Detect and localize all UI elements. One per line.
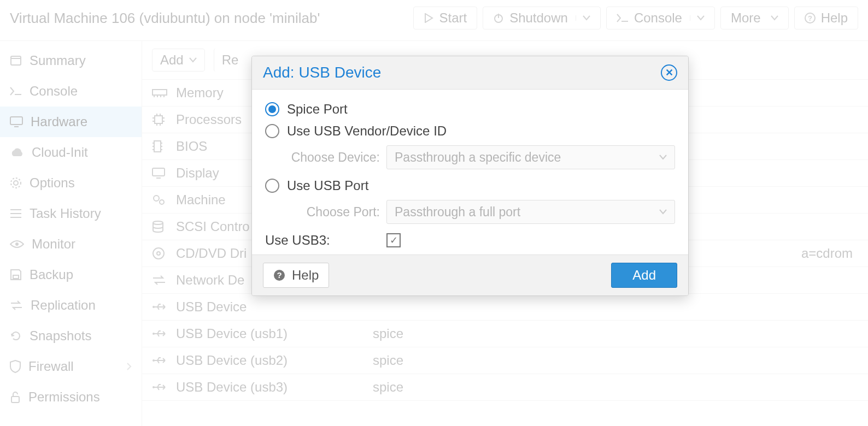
option-vendor-id[interactable]: Use USB Vendor/Device ID <box>265 123 675 139</box>
sidebar-item-console[interactable]: Console <box>0 76 142 106</box>
list-icon <box>10 209 22 218</box>
table-row[interactable]: USB Device (usb2) spice <box>142 347 868 374</box>
terminal-icon <box>617 14 629 22</box>
chevron-right-icon <box>126 363 132 370</box>
eye-icon <box>10 240 24 248</box>
chevron-down-icon[interactable] <box>576 15 590 21</box>
svg-point-41 <box>154 196 159 201</box>
sidebar-item-backup[interactable]: Backup <box>0 259 142 290</box>
sidebar-item-label: Hardware <box>31 114 87 129</box>
sidebar-item-label: Cloud-Init <box>32 145 88 160</box>
dialog-body: Spice Port Use USB Vendor/Device ID Choo… <box>252 90 688 255</box>
sidebar-item-label: Console <box>30 84 78 99</box>
hw-name: USB Device (usb1) <box>176 326 373 341</box>
close-button[interactable]: ✕ <box>661 64 677 81</box>
option-label: Use USB Port <box>287 178 368 193</box>
disc-icon <box>152 247 176 260</box>
console-button[interactable]: Console <box>606 7 715 29</box>
sidebar-item-replication[interactable]: Replication <box>0 290 142 321</box>
chevron-down-icon <box>659 209 667 215</box>
choose-port-combo[interactable]: Passthrough a full port <box>386 200 675 224</box>
sidebar-item-label: Replication <box>31 298 96 313</box>
chip-icon <box>152 140 176 153</box>
help-label: Help <box>292 268 319 283</box>
check-icon: ✓ <box>390 234 398 246</box>
remove-button[interactable]: Re <box>214 49 247 72</box>
svg-point-49 <box>153 333 155 335</box>
chevron-down-icon[interactable] <box>769 15 778 21</box>
play-icon <box>424 13 433 23</box>
help-icon: ? <box>273 269 285 281</box>
power-icon <box>493 13 504 23</box>
svg-text:?: ? <box>808 14 812 22</box>
add-dropdown-button[interactable]: Add <box>152 49 205 72</box>
svg-rect-8 <box>10 117 22 125</box>
option-usb-port[interactable]: Use USB Port <box>265 178 675 193</box>
monitor-icon <box>10 116 23 127</box>
sidebar-item-snapshots[interactable]: Snapshots <box>0 321 142 351</box>
table-row[interactable]: USB Device <box>142 294 868 321</box>
memory-icon <box>152 88 176 98</box>
more-button[interactable]: More <box>720 7 789 29</box>
svg-point-11 <box>11 178 21 188</box>
usb-icon <box>152 383 176 392</box>
sidebar-item-summary[interactable]: Summary <box>0 45 142 76</box>
radio-icon[interactable] <box>265 102 279 116</box>
radio-icon[interactable] <box>265 179 279 193</box>
sidebar-item-permissions[interactable]: Permissions <box>0 382 142 412</box>
shutdown-button[interactable]: Shutdown <box>483 7 601 29</box>
sidebar-item-label: Monitor <box>32 236 75 252</box>
sidebar-item-hardware[interactable]: Hardware <box>0 106 142 137</box>
dialog-add-button[interactable]: Add <box>611 263 677 288</box>
more-label: More <box>731 10 761 26</box>
book-icon <box>10 55 22 67</box>
usb-icon <box>152 303 176 311</box>
dialog-header: Add: USB Device ✕ <box>252 56 688 90</box>
option-spice-port[interactable]: Spice Port <box>265 102 675 117</box>
help-icon: ? <box>805 13 816 23</box>
svg-point-42 <box>160 200 164 204</box>
choose-device-combo[interactable]: Passthrough a specific device <box>386 145 675 169</box>
combo-placeholder: Passthrough a full port <box>395 205 520 220</box>
sync-icon <box>10 300 23 310</box>
sidebar-item-firewall[interactable]: Firewall <box>0 351 142 382</box>
svg-point-43 <box>153 221 163 224</box>
svg-rect-32 <box>154 141 161 152</box>
choose-device-row: Choose Device: Passthrough a specific de… <box>278 145 675 169</box>
sidebar-item-label: Summary <box>30 53 86 68</box>
svg-rect-5 <box>11 56 21 65</box>
page-title: Virtual Machine 106 (vdiubuntu) on node … <box>10 10 320 27</box>
hw-value: spice <box>373 326 858 341</box>
table-row[interactable]: USB Device (usb1) spice <box>142 321 868 347</box>
help-button[interactable]: ? Help <box>794 7 858 29</box>
svg-rect-18 <box>153 90 167 95</box>
option-label: Use USB Vendor/Device ID <box>287 123 447 139</box>
unlock-icon <box>10 391 21 403</box>
dialog-title: Add: USB Device <box>263 64 381 81</box>
sidebar-item-label: Backup <box>30 267 73 282</box>
history-icon <box>10 330 22 342</box>
start-button[interactable]: Start <box>413 7 477 29</box>
combo-placeholder: Passthrough a specific device <box>395 150 561 165</box>
svg-point-44 <box>153 248 164 259</box>
use-usb3-label: Use USB3: <box>265 233 380 248</box>
use-usb3-checkbox[interactable]: ✓ <box>386 233 401 247</box>
sidebar-item-monitor[interactable]: Monitor <box>0 229 142 259</box>
option-label: Spice Port <box>287 102 348 117</box>
sidebar-item-cloudinit[interactable]: Cloud-Init <box>0 137 142 168</box>
monitor-icon <box>152 168 176 179</box>
hw-name: USB Device (usb2) <box>176 353 373 368</box>
dialog-help-button[interactable]: ? Help <box>263 263 329 288</box>
svg-text:?: ? <box>277 270 281 280</box>
table-row[interactable]: USB Device (usb3) spice <box>142 374 868 401</box>
help-label: Help <box>821 10 848 26</box>
shield-icon <box>10 360 21 373</box>
sidebar-item-options[interactable]: Options <box>0 168 142 198</box>
cpu-icon <box>152 113 176 126</box>
radio-icon[interactable] <box>265 124 279 138</box>
start-label: Start <box>439 10 467 26</box>
hw-value: spice <box>373 380 858 395</box>
chevron-down-icon[interactable] <box>690 15 705 21</box>
sidebar-item-taskhistory[interactable]: Task History <box>0 198 142 229</box>
cloud-icon <box>10 147 24 157</box>
